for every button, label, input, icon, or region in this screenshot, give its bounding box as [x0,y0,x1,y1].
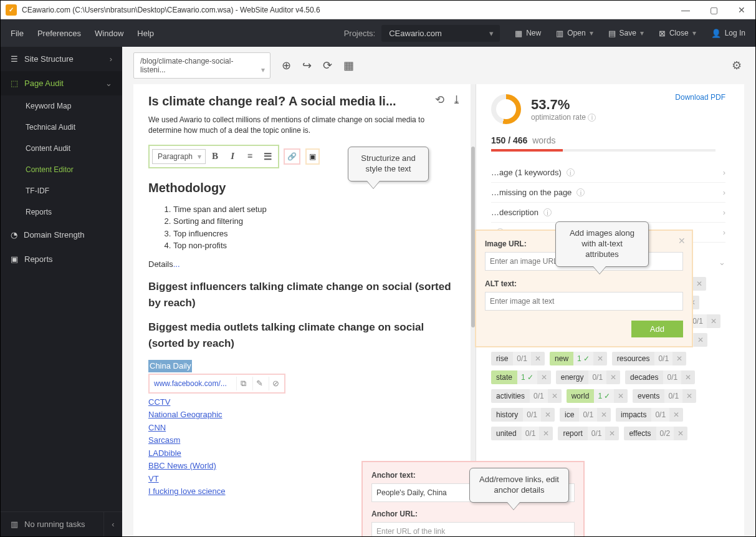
keyword-chip[interactable]: rise0/1✕ [491,352,545,365]
remove-keyword-icon[interactable]: ✕ [531,352,545,365]
link-url-text[interactable]: www.facebook.com/... [151,377,234,390]
sidebar-content-editor[interactable]: Content Editor [1,159,122,180]
outlet-link[interactable]: LADbible [148,448,181,458]
info-icon[interactable]: i [543,208,552,216]
remove-keyword-icon[interactable]: ✕ [605,427,619,440]
anchor-url-input[interactable]: Enter URL of the link [371,522,575,537]
keyword-chip[interactable]: new1 ✓✕ [550,352,607,365]
sidebar-domain-strength[interactable]: ◔Domain Strength [1,223,122,247]
info-icon[interactable]: i [567,168,575,177]
issue-row[interactable]: …description i› [491,203,725,223]
remove-keyword-icon[interactable]: ✕ [682,389,696,403]
sidebar-technical-audit[interactable]: Technical Audit [1,117,122,138]
project-dropdown[interactable]: CEawario.com [381,25,500,42]
menu-help[interactable]: Help [137,29,154,38]
edit-icon[interactable]: ✎ [252,377,266,390]
keyword-chip[interactable]: history0/1✕ [491,408,555,422]
keyword-chip[interactable]: energy0/1✕ [556,370,620,384]
remove-keyword-icon[interactable]: ✕ [597,408,611,422]
keyword-chip[interactable]: effects0/2✕ [624,427,687,440]
close-button[interactable]: ⊠Close▾ [659,29,696,38]
image-tool[interactable]: ▣ [305,148,320,165]
chevron-right-icon: › [723,188,725,197]
remove-keyword-icon[interactable]: ✕ [548,389,562,403]
download-pdf-link[interactable]: Download PDF [675,93,725,102]
image-alt-input[interactable] [485,292,683,311]
keyword-chip[interactable]: resources0/1✕ [612,352,686,365]
add-icon[interactable]: ⊕ [279,56,294,75]
details-link[interactable]: Details... [148,258,462,271]
outlet-link[interactable]: CCTV [148,397,170,407]
remove-keyword-icon[interactable]: ✕ [694,333,707,347]
calendar-icon[interactable]: ▦ [341,56,356,75]
add-image-button[interactable]: Add [631,321,683,337]
sidebar-page-audit[interactable]: ⬚Page Audit⌄ [1,71,122,95]
remove-keyword-icon[interactable]: ✕ [606,370,620,384]
copy-icon[interactable]: ⧉ [236,377,250,390]
outlet-link[interactable]: I fucking love science [148,486,226,496]
refresh-icon[interactable]: ⟳ [320,56,335,75]
unlink-icon[interactable]: ⊘ [269,377,282,390]
remove-keyword-icon[interactable]: ✕ [669,408,683,422]
keyword-chip[interactable]: report0/1✕ [558,427,619,440]
menu-window[interactable]: Window [95,29,123,38]
outlet-link[interactable]: Sarcasm [148,435,180,445]
remove-keyword-icon[interactable]: ✕ [681,370,695,384]
tasks-indicator[interactable]: ▥No running tasks [1,512,103,536]
remove-keyword-icon[interactable]: ✕ [539,427,553,440]
remove-keyword-icon[interactable]: ✕ [707,314,720,328]
open-button[interactable]: ▥Open▾ [556,29,593,38]
remove-keyword-icon[interactable]: ✕ [614,389,628,403]
collapse-sidebar[interactable]: ‹ [103,512,122,536]
ol-button[interactable]: ≡ [242,148,258,165]
remove-keyword-icon[interactable]: ✕ [674,427,687,440]
sidebar-reports[interactable]: Reports [1,201,122,223]
issue-row[interactable]: …age (1 keywords) i› [491,163,725,183]
keyword-chip[interactable]: state1 ✓✕ [491,370,551,384]
remove-keyword-icon[interactable]: ✕ [672,352,686,365]
keyword-chip[interactable]: impacts0/1✕ [616,408,683,422]
keyword-chip[interactable]: activities0/1✕ [491,389,562,403]
sidebar-site-structure[interactable]: ☰Site Structure› [1,47,122,71]
close-icon[interactable]: ✕ [678,236,686,246]
link-tool[interactable]: 🔗 [284,148,300,165]
sidebar-keyword-map[interactable]: Keyword Map [1,95,122,117]
settings-icon[interactable]: ⚙ [729,56,744,75]
sidebar-tfidf[interactable]: TF-IDF [1,180,122,201]
info-icon[interactable]: i [577,188,585,196]
close-window-button[interactable]: ✕ [733,4,750,16]
menu-preferences[interactable]: Preferences [37,29,81,38]
keyword-chip[interactable]: world1 ✓✕ [567,389,628,403]
share-icon[interactable]: ↪ [300,56,314,75]
info-icon[interactable]: i [588,114,596,122]
outlet-link[interactable]: VT [148,474,159,483]
remove-keyword-icon[interactable]: ✕ [537,370,551,384]
minimize-button[interactable]: — [676,4,695,16]
page-url-dropdown[interactable]: /blog/climate-change-social-listeni... [133,52,270,79]
maximize-button[interactable]: ▢ [705,4,723,16]
save-button[interactable]: ▤Save▾ [608,29,644,38]
sidebar-content-audit[interactable]: Content Audit [1,138,122,159]
remove-keyword-icon[interactable]: ✕ [692,277,706,291]
sidebar-reports-main[interactable]: ▣Reports [1,247,122,271]
keyword-chip[interactable]: events0/1✕ [633,389,696,403]
bold-button[interactable]: B [207,148,223,165]
outlet-link[interactable]: BBC News (World) [148,461,216,470]
download-icon[interactable]: ⤓ [452,93,461,107]
remove-keyword-icon[interactable]: ✕ [541,408,555,422]
selected-anchor[interactable]: China Daily [148,360,192,372]
login-button[interactable]: 👤Log In [711,29,745,38]
keyword-chip[interactable]: united0/1✕ [491,427,553,440]
new-button[interactable]: ▦New [515,29,541,38]
keyword-chip[interactable]: ice0/1✕ [560,408,611,422]
issue-row[interactable]: …missing on the page i› [491,183,725,203]
reload-icon[interactable]: ⟲ [435,93,444,107]
outlet-link[interactable]: CNN [148,423,166,432]
keyword-chip[interactable]: decades0/1✕ [625,370,695,384]
outlet-link[interactable]: National Geographic [148,410,222,419]
italic-button[interactable]: I [224,148,241,165]
menu-file[interactable]: File [11,29,24,38]
ul-button[interactable]: ☰ [259,148,275,165]
paragraph-select[interactable]: Paragraph [152,149,206,164]
remove-keyword-icon[interactable]: ✕ [593,352,607,365]
